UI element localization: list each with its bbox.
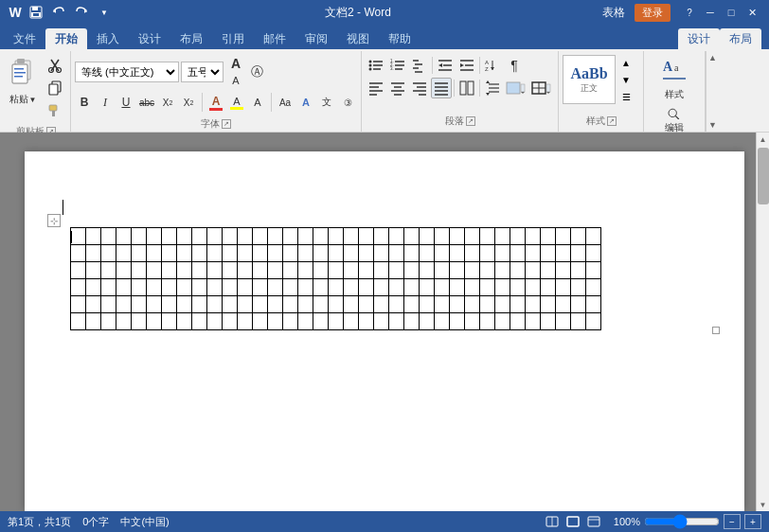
table-cell[interactable] — [192, 313, 207, 330]
table-cell[interactable] — [374, 262, 389, 279]
table-cell[interactable] — [283, 296, 298, 313]
table-cell[interactable] — [283, 228, 298, 245]
table-cell[interactable] — [480, 245, 495, 262]
tab-mailings[interactable]: 邮件 — [254, 28, 295, 49]
table-cell[interactable] — [586, 262, 601, 279]
style-scroll-down[interactable]: ▼ — [619, 72, 633, 87]
table-cell[interactable] — [526, 313, 541, 330]
table-cell[interactable] — [177, 313, 192, 330]
table-cell[interactable] — [510, 262, 526, 279]
table-cell[interactable] — [71, 279, 86, 296]
table-cell[interactable] — [389, 228, 404, 245]
style-group-expand[interactable]: ↗ — [607, 116, 617, 126]
table-cell[interactable] — [450, 262, 465, 279]
table-cell[interactable] — [101, 245, 116, 262]
tab-layout[interactable]: 布局 — [170, 28, 212, 49]
show-paragraph-button[interactable]: ¶ — [504, 55, 525, 76]
table-cell[interactable] — [116, 279, 132, 296]
table-cell[interactable] — [283, 313, 298, 330]
table-cell[interactable] — [162, 262, 177, 279]
table-cell[interactable] — [586, 296, 601, 313]
table-cell[interactable] — [101, 313, 116, 330]
table-cell[interactable] — [389, 313, 404, 330]
table-cell[interactable] — [359, 245, 374, 262]
table-cell[interactable] — [162, 296, 177, 313]
minimize-button[interactable]: ─ — [701, 3, 720, 22]
scroll-up-arrow[interactable]: ▲ — [757, 133, 770, 146]
superscript-button[interactable]: X2 — [179, 93, 198, 112]
tab-references[interactable]: 引用 — [212, 28, 254, 49]
print-view-button[interactable] — [564, 514, 581, 529]
table-cell[interactable] — [238, 262, 253, 279]
style-scroll-up[interactable]: ▲ — [619, 55, 633, 70]
table-cell[interactable] — [510, 228, 526, 245]
table-cell[interactable] — [526, 279, 541, 296]
table-cell[interactable] — [298, 313, 313, 330]
table-cell[interactable] — [526, 245, 541, 262]
table-cell[interactable] — [253, 228, 268, 245]
table-cell[interactable] — [132, 262, 147, 279]
quick-access-customize[interactable]: ▼ — [95, 3, 114, 22]
table-cell[interactable] — [86, 245, 101, 262]
table-cell[interactable] — [329, 245, 344, 262]
table-cell[interactable] — [374, 279, 389, 296]
table-cell[interactable] — [541, 313, 556, 330]
ribbon-scroll-down[interactable]: ▼ — [708, 120, 717, 130]
table-cell[interactable] — [71, 296, 86, 313]
zoom-slider[interactable] — [644, 514, 720, 529]
table-cell[interactable] — [86, 296, 101, 313]
table-cell[interactable] — [132, 313, 147, 330]
table-cell[interactable] — [253, 296, 268, 313]
table-cell[interactable] — [495, 228, 510, 245]
table-cell[interactable] — [268, 245, 283, 262]
table-cell[interactable] — [101, 228, 116, 245]
table-cell[interactable] — [450, 313, 465, 330]
table-cell[interactable] — [207, 262, 223, 279]
table-cell[interactable] — [435, 228, 450, 245]
table-cell[interactable] — [116, 262, 132, 279]
table-cell[interactable] — [329, 262, 344, 279]
bullet-list-button[interactable] — [366, 55, 386, 76]
table-cell[interactable] — [435, 296, 450, 313]
table-cell[interactable] — [298, 228, 313, 245]
table-cell[interactable] — [420, 313, 435, 330]
table-cell[interactable] — [435, 313, 450, 330]
table-cell[interactable] — [556, 313, 571, 330]
align-right-button[interactable] — [409, 78, 430, 98]
table-cell[interactable] — [374, 313, 389, 330]
table-cell[interactable] — [298, 262, 313, 279]
decrease-font-button[interactable]: A — [227, 72, 244, 89]
table-cell[interactable] — [116, 245, 132, 262]
table-cell[interactable] — [420, 245, 435, 262]
table-cell[interactable] — [586, 245, 601, 262]
table-cell[interactable] — [298, 296, 313, 313]
phonetic-guide-button[interactable]: 文 — [317, 93, 336, 112]
table-cell[interactable] — [541, 262, 556, 279]
table-cell[interactable] — [571, 245, 586, 262]
table-cell[interactable] — [162, 228, 177, 245]
table-cell[interactable] — [207, 313, 223, 330]
table-cell[interactable] — [510, 296, 526, 313]
help-icon-btn[interactable]: ? — [680, 3, 699, 22]
table-cell[interactable] — [101, 279, 116, 296]
table-cell[interactable] — [480, 262, 495, 279]
close-button[interactable]: ✕ — [742, 3, 761, 22]
scroll-down-arrow[interactable]: ▼ — [757, 498, 770, 511]
table-cell[interactable] — [359, 313, 374, 330]
table-cell[interactable] — [420, 279, 435, 296]
table-cell[interactable] — [495, 279, 510, 296]
paste-button[interactable]: 粘贴 ▼ — [6, 55, 40, 121]
justify-button[interactable] — [431, 78, 452, 98]
table-cell[interactable] — [556, 245, 571, 262]
table-cell[interactable] — [359, 279, 374, 296]
line-spacing-button[interactable] — [482, 78, 503, 98]
table-cell[interactable] — [389, 245, 404, 262]
font-group-expand[interactable]: ↗ — [222, 119, 231, 129]
table-cell[interactable] — [177, 279, 192, 296]
tab-insert[interactable]: 插入 — [87, 28, 129, 49]
table-cell[interactable] — [253, 262, 268, 279]
border-button[interactable] — [529, 78, 554, 98]
table-cell[interactable] — [223, 296, 238, 313]
table-cell[interactable] — [571, 262, 586, 279]
table-cell[interactable] — [480, 228, 495, 245]
